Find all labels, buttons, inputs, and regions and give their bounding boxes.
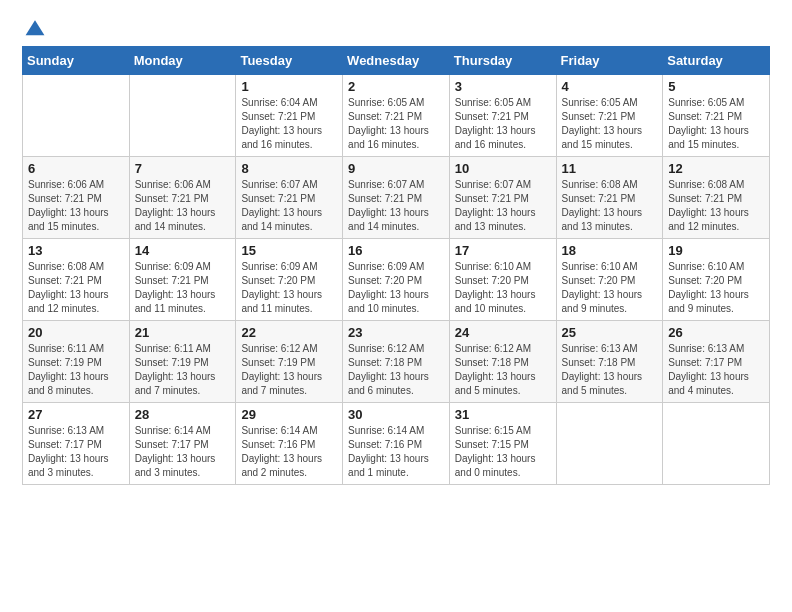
calendar-header: SundayMondayTuesdayWednesdayThursdayFrid… (23, 47, 770, 75)
day-info: Sunrise: 6:05 AM Sunset: 7:21 PM Dayligh… (562, 96, 658, 152)
day-info: Sunrise: 6:14 AM Sunset: 7:17 PM Dayligh… (135, 424, 231, 480)
calendar-cell: 1Sunrise: 6:04 AM Sunset: 7:21 PM Daylig… (236, 75, 343, 157)
calendar-cell (23, 75, 130, 157)
day-info: Sunrise: 6:10 AM Sunset: 7:20 PM Dayligh… (455, 260, 551, 316)
calendar-cell: 15Sunrise: 6:09 AM Sunset: 7:20 PM Dayli… (236, 239, 343, 321)
day-number: 20 (28, 325, 124, 340)
day-number: 15 (241, 243, 337, 258)
calendar-cell: 30Sunrise: 6:14 AM Sunset: 7:16 PM Dayli… (343, 403, 450, 485)
week-row-3: 20Sunrise: 6:11 AM Sunset: 7:19 PM Dayli… (23, 321, 770, 403)
day-info: Sunrise: 6:09 AM Sunset: 7:20 PM Dayligh… (348, 260, 444, 316)
day-number: 28 (135, 407, 231, 422)
calendar-cell: 7Sunrise: 6:06 AM Sunset: 7:21 PM Daylig… (129, 157, 236, 239)
header-day-saturday: Saturday (663, 47, 770, 75)
day-info: Sunrise: 6:11 AM Sunset: 7:19 PM Dayligh… (135, 342, 231, 398)
day-number: 9 (348, 161, 444, 176)
day-number: 18 (562, 243, 658, 258)
day-number: 13 (28, 243, 124, 258)
day-number: 16 (348, 243, 444, 258)
calendar-cell: 21Sunrise: 6:11 AM Sunset: 7:19 PM Dayli… (129, 321, 236, 403)
day-number: 22 (241, 325, 337, 340)
calendar-cell: 27Sunrise: 6:13 AM Sunset: 7:17 PM Dayli… (23, 403, 130, 485)
calendar-cell: 13Sunrise: 6:08 AM Sunset: 7:21 PM Dayli… (23, 239, 130, 321)
day-number: 29 (241, 407, 337, 422)
calendar-cell: 20Sunrise: 6:11 AM Sunset: 7:19 PM Dayli… (23, 321, 130, 403)
day-number: 25 (562, 325, 658, 340)
day-number: 30 (348, 407, 444, 422)
calendar-cell: 14Sunrise: 6:09 AM Sunset: 7:21 PM Dayli… (129, 239, 236, 321)
day-number: 5 (668, 79, 764, 94)
day-info: Sunrise: 6:07 AM Sunset: 7:21 PM Dayligh… (348, 178, 444, 234)
header-day-friday: Friday (556, 47, 663, 75)
day-info: Sunrise: 6:13 AM Sunset: 7:18 PM Dayligh… (562, 342, 658, 398)
day-number: 6 (28, 161, 124, 176)
header-day-monday: Monday (129, 47, 236, 75)
calendar-cell: 29Sunrise: 6:14 AM Sunset: 7:16 PM Dayli… (236, 403, 343, 485)
day-number: 14 (135, 243, 231, 258)
calendar-cell: 6Sunrise: 6:06 AM Sunset: 7:21 PM Daylig… (23, 157, 130, 239)
week-row-0: 1Sunrise: 6:04 AM Sunset: 7:21 PM Daylig… (23, 75, 770, 157)
day-info: Sunrise: 6:09 AM Sunset: 7:21 PM Dayligh… (135, 260, 231, 316)
calendar-cell: 16Sunrise: 6:09 AM Sunset: 7:20 PM Dayli… (343, 239, 450, 321)
calendar-cell: 17Sunrise: 6:10 AM Sunset: 7:20 PM Dayli… (449, 239, 556, 321)
calendar-cell: 11Sunrise: 6:08 AM Sunset: 7:21 PM Dayli… (556, 157, 663, 239)
day-number: 2 (348, 79, 444, 94)
day-number: 26 (668, 325, 764, 340)
header-day-tuesday: Tuesday (236, 47, 343, 75)
logo (22, 18, 50, 40)
calendar-cell: 8Sunrise: 6:07 AM Sunset: 7:21 PM Daylig… (236, 157, 343, 239)
calendar-cell: 9Sunrise: 6:07 AM Sunset: 7:21 PM Daylig… (343, 157, 450, 239)
day-number: 17 (455, 243, 551, 258)
day-info: Sunrise: 6:13 AM Sunset: 7:17 PM Dayligh… (668, 342, 764, 398)
header-day-wednesday: Wednesday (343, 47, 450, 75)
day-info: Sunrise: 6:12 AM Sunset: 7:18 PM Dayligh… (348, 342, 444, 398)
day-number: 4 (562, 79, 658, 94)
header (22, 18, 770, 40)
day-info: Sunrise: 6:07 AM Sunset: 7:21 PM Dayligh… (241, 178, 337, 234)
calendar-cell: 18Sunrise: 6:10 AM Sunset: 7:20 PM Dayli… (556, 239, 663, 321)
calendar-cell: 5Sunrise: 6:05 AM Sunset: 7:21 PM Daylig… (663, 75, 770, 157)
day-info: Sunrise: 6:14 AM Sunset: 7:16 PM Dayligh… (348, 424, 444, 480)
day-info: Sunrise: 6:05 AM Sunset: 7:21 PM Dayligh… (348, 96, 444, 152)
logo-icon (24, 18, 46, 40)
day-number: 19 (668, 243, 764, 258)
day-info: Sunrise: 6:14 AM Sunset: 7:16 PM Dayligh… (241, 424, 337, 480)
day-info: Sunrise: 6:09 AM Sunset: 7:20 PM Dayligh… (241, 260, 337, 316)
day-number: 3 (455, 79, 551, 94)
day-number: 1 (241, 79, 337, 94)
calendar-cell (663, 403, 770, 485)
day-number: 27 (28, 407, 124, 422)
calendar-cell (129, 75, 236, 157)
day-number: 23 (348, 325, 444, 340)
header-day-sunday: Sunday (23, 47, 130, 75)
header-day-thursday: Thursday (449, 47, 556, 75)
week-row-1: 6Sunrise: 6:06 AM Sunset: 7:21 PM Daylig… (23, 157, 770, 239)
calendar-cell: 4Sunrise: 6:05 AM Sunset: 7:21 PM Daylig… (556, 75, 663, 157)
day-info: Sunrise: 6:07 AM Sunset: 7:21 PM Dayligh… (455, 178, 551, 234)
day-info: Sunrise: 6:13 AM Sunset: 7:17 PM Dayligh… (28, 424, 124, 480)
calendar-cell: 24Sunrise: 6:12 AM Sunset: 7:18 PM Dayli… (449, 321, 556, 403)
day-number: 8 (241, 161, 337, 176)
week-row-4: 27Sunrise: 6:13 AM Sunset: 7:17 PM Dayli… (23, 403, 770, 485)
day-info: Sunrise: 6:12 AM Sunset: 7:19 PM Dayligh… (241, 342, 337, 398)
day-number: 24 (455, 325, 551, 340)
calendar-cell: 26Sunrise: 6:13 AM Sunset: 7:17 PM Dayli… (663, 321, 770, 403)
calendar-cell: 25Sunrise: 6:13 AM Sunset: 7:18 PM Dayli… (556, 321, 663, 403)
day-number: 10 (455, 161, 551, 176)
calendar-cell: 3Sunrise: 6:05 AM Sunset: 7:21 PM Daylig… (449, 75, 556, 157)
day-info: Sunrise: 6:08 AM Sunset: 7:21 PM Dayligh… (668, 178, 764, 234)
day-info: Sunrise: 6:15 AM Sunset: 7:15 PM Dayligh… (455, 424, 551, 480)
svg-marker-0 (26, 20, 45, 35)
day-info: Sunrise: 6:04 AM Sunset: 7:21 PM Dayligh… (241, 96, 337, 152)
day-number: 31 (455, 407, 551, 422)
day-info: Sunrise: 6:06 AM Sunset: 7:21 PM Dayligh… (28, 178, 124, 234)
day-info: Sunrise: 6:05 AM Sunset: 7:21 PM Dayligh… (668, 96, 764, 152)
day-info: Sunrise: 6:08 AM Sunset: 7:21 PM Dayligh… (562, 178, 658, 234)
day-info: Sunrise: 6:10 AM Sunset: 7:20 PM Dayligh… (562, 260, 658, 316)
day-info: Sunrise: 6:06 AM Sunset: 7:21 PM Dayligh… (135, 178, 231, 234)
calendar-cell: 31Sunrise: 6:15 AM Sunset: 7:15 PM Dayli… (449, 403, 556, 485)
day-info: Sunrise: 6:12 AM Sunset: 7:18 PM Dayligh… (455, 342, 551, 398)
calendar-cell: 28Sunrise: 6:14 AM Sunset: 7:17 PM Dayli… (129, 403, 236, 485)
calendar-cell: 23Sunrise: 6:12 AM Sunset: 7:18 PM Dayli… (343, 321, 450, 403)
day-number: 11 (562, 161, 658, 176)
